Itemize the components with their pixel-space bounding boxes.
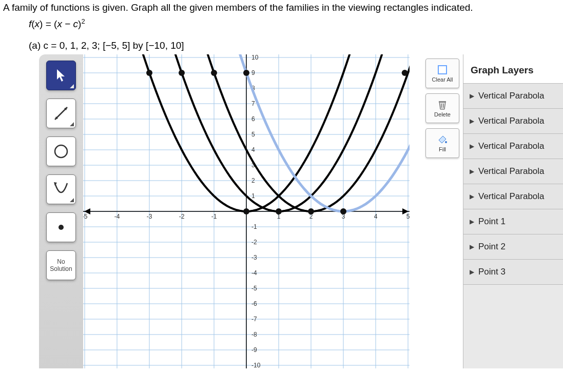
svg-point-73 bbox=[146, 70, 152, 76]
fill-label: Fill bbox=[439, 146, 446, 152]
clear-all-button[interactable]: Clear All bbox=[425, 58, 459, 88]
line-icon bbox=[52, 104, 70, 123]
question-prompt: A family of functions is given. Graph al… bbox=[0, 0, 563, 14]
svg-point-76 bbox=[308, 208, 314, 214]
delete-label: Delete bbox=[434, 111, 451, 117]
submenu-indicator-icon bbox=[70, 122, 74, 126]
chevron-right-icon: ▶ bbox=[470, 168, 474, 175]
svg-text:6: 6 bbox=[251, 115, 255, 123]
dot-icon bbox=[57, 223, 65, 231]
svg-point-5 bbox=[59, 225, 64, 230]
svg-text:-5: -5 bbox=[251, 285, 257, 292]
svg-text:4: 4 bbox=[251, 146, 255, 153]
layer-row[interactable]: ▶Vertical Parabola bbox=[463, 84, 563, 109]
svg-text:5: 5 bbox=[406, 213, 410, 220]
svg-text:2: 2 bbox=[251, 177, 255, 184]
fill-button[interactable]: Fill bbox=[425, 128, 459, 158]
edit-actions: Clear All Delete Fill bbox=[425, 58, 459, 158]
svg-text:-3: -3 bbox=[147, 213, 152, 220]
layer-row[interactable]: ▶Point 2 bbox=[463, 234, 563, 260]
circle-tool[interactable] bbox=[46, 136, 76, 166]
layer-row[interactable]: ▶Point 1 bbox=[463, 209, 563, 234]
chevron-right-icon: ▶ bbox=[470, 218, 474, 225]
svg-text:-2: -2 bbox=[251, 239, 257, 246]
chevron-right-icon: ▶ bbox=[470, 92, 474, 100]
svg-text:-5: -5 bbox=[83, 213, 88, 220]
chevron-right-icon: ▶ bbox=[470, 117, 474, 125]
svg-point-74 bbox=[276, 208, 282, 214]
layer-row[interactable]: ▶Vertical Parabola bbox=[463, 109, 563, 134]
no-solution-tool[interactable]: NoSolution bbox=[46, 250, 76, 280]
svg-text:-4: -4 bbox=[251, 269, 257, 277]
svg-point-78 bbox=[340, 208, 346, 214]
svg-text:-9: -9 bbox=[251, 346, 257, 354]
svg-point-75 bbox=[179, 70, 185, 76]
graph-layers-panel: Graph Layers ▶Vertical Parabola▶Vertical… bbox=[463, 54, 563, 368]
svg-text:-6: -6 bbox=[251, 300, 257, 307]
graph-layers-list: ▶Vertical Parabola▶Vertical Parabola▶Ver… bbox=[463, 84, 563, 285]
layer-row[interactable]: ▶Vertical Parabola bbox=[463, 134, 563, 159]
svg-rect-82 bbox=[439, 101, 446, 103]
graph-layers-title: Graph Layers bbox=[463, 54, 563, 84]
layer-label: Point 1 bbox=[478, 217, 506, 227]
page: A family of functions is given. Graph al… bbox=[0, 0, 563, 392]
svg-point-79 bbox=[243, 70, 249, 76]
line-tool[interactable] bbox=[46, 99, 76, 128]
svg-text:1: 1 bbox=[251, 192, 255, 200]
layer-label: Vertical Parabola bbox=[478, 166, 545, 177]
svg-text:-8: -8 bbox=[251, 331, 257, 338]
submenu-indicator-icon bbox=[70, 198, 74, 202]
svg-text:-1: -1 bbox=[211, 213, 217, 220]
cursor-icon bbox=[55, 68, 67, 83]
clear-icon bbox=[437, 64, 448, 75]
layer-row[interactable]: ▶Vertical Parabola bbox=[463, 184, 563, 209]
svg-text:10: 10 bbox=[251, 54, 259, 61]
svg-point-80 bbox=[402, 70, 408, 76]
layer-label: Vertical Parabola bbox=[478, 191, 545, 202]
pointer-tool[interactable] bbox=[46, 61, 76, 90]
trash-icon bbox=[437, 99, 448, 110]
layer-label: Point 3 bbox=[478, 267, 506, 277]
svg-text:9: 9 bbox=[251, 69, 255, 76]
svg-text:-7: -7 bbox=[251, 316, 257, 323]
point-tool[interactable] bbox=[46, 212, 76, 242]
svg-point-77 bbox=[211, 70, 217, 76]
clear-all-label: Clear All bbox=[432, 76, 453, 83]
layer-label: Vertical Parabola bbox=[478, 141, 545, 151]
svg-text:7: 7 bbox=[251, 100, 255, 107]
svg-text:-1: -1 bbox=[251, 223, 257, 230]
svg-rect-81 bbox=[438, 66, 446, 74]
svg-text:4: 4 bbox=[374, 213, 378, 220]
function-formula: f(x) = (x − c)2 bbox=[0, 14, 563, 31]
chevron-right-icon: ▶ bbox=[470, 243, 474, 250]
parabola-icon bbox=[52, 180, 70, 199]
chevron-right-icon: ▶ bbox=[470, 268, 474, 276]
delete-button[interactable]: Delete bbox=[425, 93, 459, 123]
svg-point-3 bbox=[55, 145, 67, 158]
tool-palette: NoSolution bbox=[39, 54, 83, 368]
chevron-right-icon: ▶ bbox=[470, 143, 474, 150]
svg-text:-4: -4 bbox=[114, 213, 120, 220]
layer-row[interactable]: ▶Vertical Parabola bbox=[463, 159, 563, 184]
svg-point-72 bbox=[243, 208, 249, 214]
layer-row[interactable]: ▶Point 3 bbox=[463, 260, 563, 285]
svg-text:5: 5 bbox=[251, 131, 255, 138]
graphing-widget: NoSolution -5-4-3-2-112345-10-9-8-7-6-5-… bbox=[39, 54, 563, 368]
coordinate-grid: -5-4-3-2-112345-10-9-8-7-6-5-4-3-2-11234… bbox=[83, 54, 410, 368]
circle-icon bbox=[52, 142, 70, 161]
layer-label: Point 2 bbox=[478, 242, 506, 252]
paint-bucket-icon bbox=[437, 134, 448, 145]
layer-label: Vertical Parabola bbox=[478, 116, 545, 126]
no-solution-label: NoSolution bbox=[50, 258, 72, 272]
svg-text:-2: -2 bbox=[179, 213, 185, 220]
chevron-right-icon: ▶ bbox=[470, 193, 474, 200]
layer-label: Vertical Parabola bbox=[478, 91, 545, 101]
submenu-indicator-icon bbox=[70, 84, 74, 88]
part-a-label: (a) c = 0, 1, 2, 3; [−5, 5] by [−10, 10] bbox=[0, 31, 563, 53]
svg-text:-10: -10 bbox=[251, 362, 261, 368]
parabola-tool[interactable] bbox=[46, 174, 76, 204]
svg-point-85 bbox=[445, 141, 447, 143]
svg-text:-3: -3 bbox=[251, 254, 257, 261]
